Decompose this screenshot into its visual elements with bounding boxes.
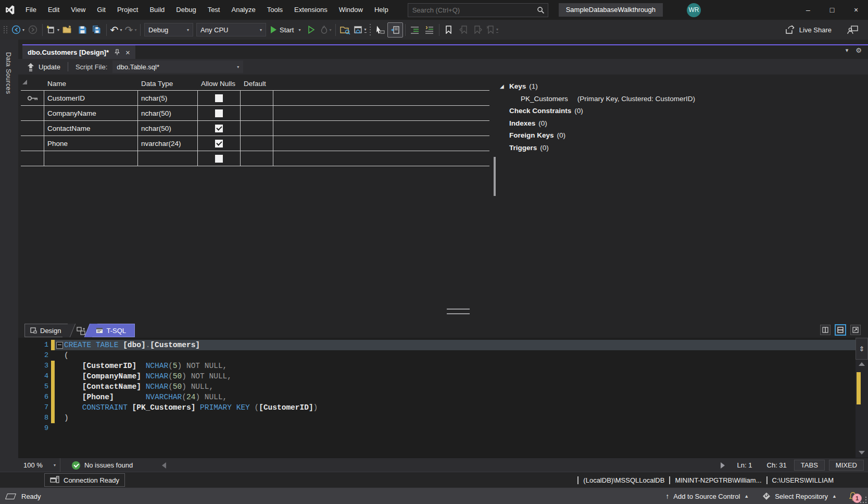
designer-vertical-splitter[interactable] xyxy=(494,157,496,196)
allow-nulls-checkbox[interactable] xyxy=(215,94,223,102)
open-file-button[interactable] xyxy=(60,23,75,37)
cell-allow-nulls[interactable] xyxy=(198,106,241,120)
issues-indicator[interactable]: No issues found xyxy=(72,461,133,470)
tree-item-keys[interactable]: ◢Keys(1) xyxy=(500,80,863,93)
menu-extensions[interactable]: Extensions xyxy=(288,0,333,20)
tab-close-icon[interactable]: × xyxy=(125,48,130,57)
code-line[interactable]: 8) xyxy=(18,413,856,423)
menu-window[interactable]: Window xyxy=(333,0,369,20)
code-line[interactable]: 2( xyxy=(18,350,856,361)
cell-default[interactable] xyxy=(241,91,273,105)
cell-trailing[interactable] xyxy=(273,91,489,105)
allow-nulls-checkbox[interactable] xyxy=(215,109,223,117)
cell-data-type[interactable]: nchar(50) xyxy=(138,106,198,120)
menu-analyze[interactable]: Analyze xyxy=(225,0,261,20)
redo-button[interactable]: ↷ ▾ xyxy=(123,23,138,37)
connection-status[interactable]: Connection Ready xyxy=(44,473,125,487)
collapse-region-box[interactable] xyxy=(55,342,64,349)
navigate-back-button[interactable]: ▾ xyxy=(10,23,26,37)
save-button[interactable] xyxy=(75,23,90,37)
code-line[interactable]: 1CREATE TABLE [dbo].[Customers] xyxy=(18,340,856,350)
cell-default[interactable] xyxy=(241,151,273,166)
horizontal-splitter-grip[interactable] xyxy=(447,309,470,314)
close-button[interactable]: × xyxy=(844,0,868,20)
new-project-button[interactable]: ▾ xyxy=(45,23,60,37)
menu-build[interactable]: Build xyxy=(144,0,170,20)
cell-trailing[interactable] xyxy=(273,136,489,151)
cell-name[interactable] xyxy=(44,151,138,166)
swap-panes-icon[interactable] xyxy=(77,327,85,335)
tsql-code-editor[interactable]: 1CREATE TABLE [dbo].[Customers]2(3 [Cust… xyxy=(18,338,856,460)
allow-nulls-checkbox[interactable] xyxy=(215,125,223,132)
cell-default[interactable] xyxy=(241,136,273,151)
previous-bookmark-button[interactable] xyxy=(456,23,471,37)
selection-pointer-button[interactable] xyxy=(373,23,387,37)
row-header[interactable] xyxy=(21,106,44,120)
navigate-back-caret[interactable]: ▾ xyxy=(22,28,24,32)
menu-tools[interactable]: Tools xyxy=(261,0,288,20)
save-all-button[interactable] xyxy=(90,23,104,37)
row-header[interactable] xyxy=(21,121,44,136)
menu-file[interactable]: File xyxy=(20,0,42,20)
scroll-up-arrow[interactable] xyxy=(856,360,868,368)
cell-allow-nulls[interactable] xyxy=(198,121,241,136)
unindent-button[interactable] xyxy=(422,23,437,37)
scroll-right-arrow[interactable] xyxy=(721,462,725,469)
start-debugging-button[interactable]: Start ▾ xyxy=(268,23,304,37)
cell-name[interactable]: CompanyName xyxy=(44,106,138,120)
split-pane-vertical-button[interactable] xyxy=(820,325,831,335)
code-line[interactable]: 9 xyxy=(18,423,856,434)
cell-name[interactable]: ContactName xyxy=(44,121,138,136)
cell-trailing[interactable] xyxy=(273,151,489,166)
split-pane-horizontal-button[interactable] xyxy=(835,324,846,336)
menu-git[interactable]: Git xyxy=(91,0,111,20)
menu-help[interactable]: Help xyxy=(369,0,394,20)
tab-tsql[interactable]: T-SQL xyxy=(91,324,135,337)
editor-horizontal-scrollbar[interactable] xyxy=(162,462,724,469)
next-bookmark-button[interactable] xyxy=(471,23,485,37)
tab-data-sources[interactable]: Data Sources xyxy=(5,52,12,94)
cell-allow-nulls[interactable] xyxy=(198,151,241,166)
tree-item-triggers[interactable]: Triggers(0) xyxy=(500,142,863,154)
swap-split-panes-button[interactable] xyxy=(850,325,861,335)
cell-trailing[interactable] xyxy=(273,106,489,120)
document-options-gear-icon[interactable]: ⚙ xyxy=(856,46,862,54)
cell-allow-nulls[interactable] xyxy=(198,136,241,151)
solution-explorer-button[interactable]: ▾ xyxy=(353,23,368,37)
new-project-caret[interactable]: ▾ xyxy=(57,28,59,32)
cell-default[interactable] xyxy=(241,106,273,120)
code-line[interactable]: 6 [Phone] NVARCHAR(24) NULL, xyxy=(18,392,856,402)
menu-edit[interactable]: Edit xyxy=(42,0,65,20)
search-input[interactable] xyxy=(411,6,537,15)
cell-data-type[interactable]: nchar(5) xyxy=(138,91,198,105)
search-box[interactable] xyxy=(408,3,548,17)
code-line[interactable]: 4 [CompanyName] NCHAR(50) NOT NULL, xyxy=(18,371,856,382)
cell-allow-nulls[interactable] xyxy=(198,91,241,105)
row-header[interactable] xyxy=(21,151,44,166)
tab-dbo-customers-design[interactable]: dbo.Customers [Design]* × xyxy=(22,45,135,59)
add-to-source-control-button[interactable]: ↑ Add to Source Control ▲ xyxy=(660,488,754,504)
solution-name[interactable]: SampleDatabaseWalkthrough xyxy=(559,3,663,17)
zoom-dropdown[interactable]: 100 % ▾ xyxy=(18,458,60,472)
pin-icon[interactable] xyxy=(114,49,120,55)
toolbar-drag-grip[interactable] xyxy=(4,26,8,33)
hot-reload-button[interactable]: ▾ xyxy=(319,23,333,37)
select-repository-button[interactable]: Select Repository ▲ xyxy=(757,488,842,504)
cell-default[interactable] xyxy=(241,121,273,136)
menu-test[interactable]: Test xyxy=(202,0,226,20)
code-pane-toggle-button[interactable] xyxy=(387,22,403,38)
update-button[interactable]: Update xyxy=(27,63,60,71)
cell-name[interactable]: CustomerID xyxy=(44,91,138,105)
cell-data-type[interactable] xyxy=(138,151,198,166)
live-share-button[interactable]: Live Share xyxy=(785,25,832,34)
undo-caret[interactable]: ▾ xyxy=(120,28,122,32)
indent-button[interactable] xyxy=(408,23,422,37)
notifications-button[interactable]: 1 xyxy=(845,488,861,504)
maximize-button[interactable]: □ xyxy=(820,0,844,20)
redo-caret[interactable]: ▾ xyxy=(134,28,136,32)
script-file-dropdown[interactable]: dbo.Table.sql* ▾ xyxy=(112,60,243,73)
editor-vertical-scrollbar[interactable]: ⇕ xyxy=(856,338,868,458)
scroll-left-arrow[interactable] xyxy=(162,462,166,469)
allow-nulls-checkbox[interactable] xyxy=(215,155,223,163)
navigate-forward-button[interactable] xyxy=(26,23,40,37)
